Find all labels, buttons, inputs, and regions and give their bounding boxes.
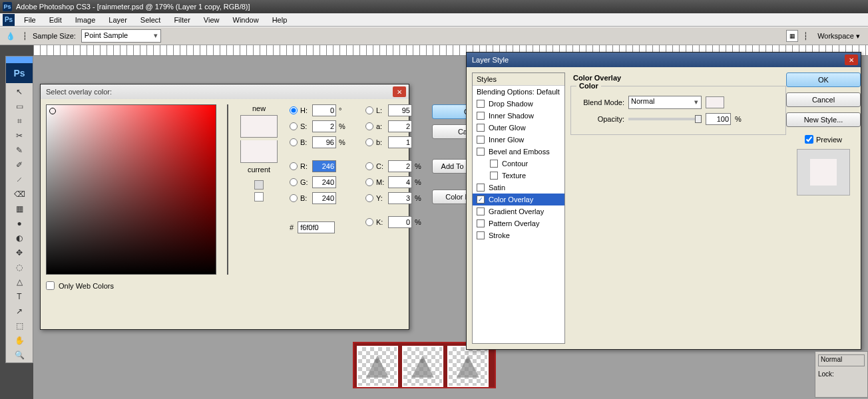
style-checkbox[interactable]: [477, 124, 485, 132]
tool-button[interactable]: ⌫: [6, 187, 33, 201]
ok-button[interactable]: OK: [786, 72, 861, 87]
tool-button[interactable]: ▦: [6, 201, 33, 216]
menu-view[interactable]: View: [197, 15, 226, 25]
opacity-input[interactable]: [706, 113, 731, 125]
color-value-input[interactable]: [388, 120, 412, 132]
color-model-radio[interactable]: [365, 138, 373, 146]
tool-button[interactable]: 🔍: [6, 348, 33, 362]
color-model-radio[interactable]: [290, 106, 298, 114]
dialog-titlebar[interactable]: Select overlay color: ✕: [41, 84, 409, 99]
color-value-input[interactable]: [312, 136, 336, 148]
blend-mode-select[interactable]: Normal: [628, 96, 702, 109]
tool-button[interactable]: ↖: [6, 84, 33, 99]
sample-size-select[interactable]: Point Sample: [81, 29, 161, 43]
color-model-radio[interactable]: [290, 194, 298, 202]
tool-button[interactable]: ⟋: [6, 172, 33, 187]
tool-button[interactable]: ✂: [6, 128, 33, 143]
style-item-contour[interactable]: Contour: [473, 158, 564, 170]
style-checkbox[interactable]: [477, 136, 485, 144]
color-model-radio[interactable]: [365, 122, 373, 130]
menu-select[interactable]: Select: [134, 15, 168, 25]
menu-help[interactable]: Help: [266, 15, 294, 25]
color-model-radio[interactable]: [365, 194, 373, 202]
color-model-radio[interactable]: [290, 122, 298, 130]
overlay-color-swatch[interactable]: [706, 96, 724, 108]
only-web-colors-checkbox[interactable]: [46, 281, 55, 290]
close-icon[interactable]: ✕: [393, 86, 406, 97]
style-checkbox[interactable]: [477, 219, 485, 227]
color-value-input[interactable]: [312, 176, 336, 188]
menu-filter[interactable]: Filter: [167, 15, 196, 25]
palette-handle[interactable]: [6, 57, 33, 63]
new-style-button[interactable]: New Style...: [786, 112, 861, 127]
blending-options-row[interactable]: Blending Options: Default: [473, 86, 564, 98]
style-checkbox[interactable]: [477, 207, 485, 215]
color-model-radio[interactable]: [290, 162, 298, 170]
style-item-stroke[interactable]: Stroke: [473, 229, 564, 241]
websafe-icon[interactable]: [254, 192, 264, 201]
tool-button[interactable]: T: [6, 289, 33, 304]
gamut-warning-icon[interactable]: [254, 180, 264, 190]
tool-button[interactable]: ▭: [6, 99, 33, 114]
style-item-gradient-overlay[interactable]: Gradient Overlay: [473, 205, 564, 217]
ps-menu-icon[interactable]: Ps: [3, 14, 15, 26]
style-checkbox[interactable]: [477, 184, 485, 192]
style-item-pattern-overlay[interactable]: Pattern Overlay: [473, 217, 564, 229]
styles-header[interactable]: Styles: [473, 73, 564, 86]
style-item-texture[interactable]: Texture: [473, 170, 564, 182]
tool-button[interactable]: ●: [6, 216, 33, 231]
slider-thumb-icon[interactable]: [695, 115, 702, 123]
style-item-outer-glow[interactable]: Outer Glow: [473, 122, 564, 134]
color-value-input[interactable]: [388, 160, 412, 172]
menu-image[interactable]: Image: [69, 15, 103, 25]
tool-button[interactable]: ◌: [6, 260, 33, 275]
dialog-titlebar[interactable]: Layer Style ✕: [467, 53, 861, 67]
tool-button[interactable]: ◐: [6, 231, 33, 245]
tool-button[interactable]: △: [6, 275, 33, 289]
color-model-radio[interactable]: [365, 178, 373, 186]
color-value-input[interactable]: [388, 104, 412, 116]
eyedropper-icon[interactable]: 💧: [4, 29, 17, 43]
color-value-input[interactable]: [312, 104, 336, 116]
close-icon[interactable]: ✕: [845, 55, 858, 65]
menu-edit[interactable]: Edit: [43, 15, 69, 25]
color-model-radio[interactable]: [290, 178, 298, 186]
workspace-dropdown[interactable]: Workspace ▾: [813, 32, 864, 41]
color-model-radio[interactable]: [365, 218, 373, 226]
style-item-bevel-and-emboss[interactable]: Bevel and Emboss: [473, 146, 564, 158]
style-checkbox[interactable]: [477, 112, 485, 120]
style-item-inner-glow[interactable]: Inner Glow: [473, 134, 564, 146]
current-color-swatch[interactable]: [240, 140, 278, 163]
workspace-icon[interactable]: ▦: [786, 30, 798, 42]
style-checkbox[interactable]: [490, 172, 498, 180]
layer-blend-mode-select[interactable]: Normal: [818, 354, 865, 366]
saturation-value-box[interactable]: [46, 104, 216, 275]
style-item-color-overlay[interactable]: ✓Color Overlay: [473, 194, 564, 205]
style-checkbox[interactable]: ✓: [477, 196, 485, 203]
tool-button[interactable]: ✥: [6, 245, 33, 260]
style-item-inner-shadow[interactable]: Inner Shadow: [473, 110, 564, 122]
preview-checkbox[interactable]: [805, 135, 813, 144]
color-value-input[interactable]: [388, 176, 412, 188]
style-checkbox[interactable]: [477, 100, 485, 108]
color-value-input[interactable]: [388, 192, 412, 204]
color-value-input[interactable]: [312, 192, 336, 204]
menu-window[interactable]: Window: [226, 15, 266, 25]
color-model-radio[interactable]: [290, 138, 298, 146]
color-value-input[interactable]: [312, 160, 336, 172]
style-checkbox[interactable]: [477, 148, 485, 156]
color-model-radio[interactable]: [365, 106, 373, 114]
tool-button[interactable]: ↗: [6, 304, 33, 319]
style-item-satin[interactable]: Satin: [473, 182, 564, 194]
style-checkbox[interactable]: [490, 160, 498, 168]
cancel-button[interactable]: Cancel: [786, 92, 861, 107]
menu-file[interactable]: File: [17, 15, 43, 25]
hue-slider[interactable]: [227, 104, 228, 275]
opacity-slider[interactable]: [628, 118, 702, 120]
tool-button[interactable]: ⌗: [6, 114, 33, 128]
tool-button[interactable]: ✎: [6, 143, 33, 158]
tool-button[interactable]: ✋: [6, 333, 33, 348]
tool-button[interactable]: ⬚: [6, 319, 33, 333]
color-value-input[interactable]: [388, 216, 412, 228]
style-checkbox[interactable]: [477, 231, 485, 239]
